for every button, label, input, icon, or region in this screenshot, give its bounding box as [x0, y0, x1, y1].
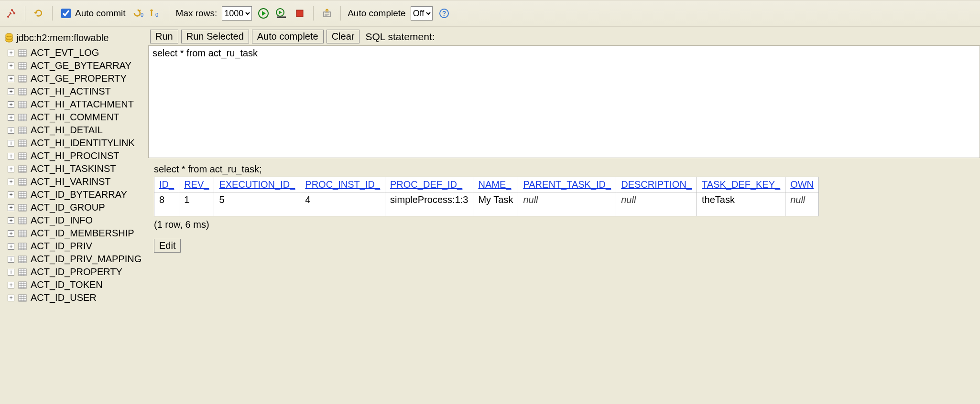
sidebar-table-item[interactable]: +ACT_HI_IDENTITYLINK — [0, 137, 148, 149]
expand-icon[interactable]: + — [8, 153, 14, 159]
result-panel: select * from act_ru_task; ID_REV_EXECUT… — [148, 158, 980, 404]
autocommit-checkbox[interactable] — [61, 9, 71, 18]
toolbar-separator — [52, 6, 53, 21]
rollback-icon[interactable]: 0 — [131, 7, 144, 20]
run-selected-icon[interactable] — [275, 7, 288, 20]
expand-icon[interactable]: + — [8, 191, 14, 198]
table-name: ACT_HI_TASKINST — [31, 163, 116, 174]
expand-icon[interactable]: + — [8, 179, 14, 185]
table-name: ACT_GE_BYTEARRAY — [31, 60, 131, 71]
result-info: (1 row, 6 ms) — [154, 219, 976, 230]
sidebar-table-item[interactable]: +ACT_HI_COMMENT — [0, 111, 148, 124]
commit-icon[interactable]: 0 — [149, 7, 162, 20]
refresh-icon[interactable] — [32, 7, 45, 20]
expand-icon[interactable]: + — [8, 204, 14, 211]
sidebar-table-item[interactable]: +ACT_ID_USER — [0, 291, 148, 304]
table-icon — [18, 139, 27, 147]
column-header[interactable]: NAME_ — [473, 177, 518, 192]
table-icon — [18, 75, 27, 83]
table-icon — [18, 49, 27, 57]
expand-icon[interactable]: + — [8, 88, 14, 95]
table-icon — [18, 217, 27, 224]
expand-icon[interactable]: + — [8, 282, 14, 288]
table-icon — [18, 204, 27, 212]
table-name: ACT_HI_ATTACHMENT — [31, 99, 134, 110]
table-name: ACT_HI_VARINST — [31, 176, 110, 187]
result-cell: null — [785, 192, 819, 216]
sidebar-table-item[interactable]: +ACT_ID_PRIV_MAPPING — [0, 253, 148, 266]
column-header[interactable]: PROC_DEF_ID_ — [385, 177, 473, 192]
column-header[interactable]: TASK_DEF_KEY_ — [697, 177, 785, 192]
history-icon[interactable] — [320, 7, 334, 20]
sidebar-table-item[interactable]: +ACT_HI_ACTINST — [0, 85, 148, 98]
expand-icon[interactable]: + — [8, 114, 14, 121]
sidebar: jdbc:h2:mem:flowable +ACT_EVT_LOG+ACT_GE… — [0, 27, 148, 404]
column-header[interactable]: PARENT_TASK_ID_ — [518, 177, 616, 192]
run-button[interactable]: Run — [150, 30, 178, 43]
run-icon[interactable] — [257, 7, 270, 20]
autocommit-label: Auto commit — [75, 8, 126, 19]
sidebar-table-item[interactable]: +ACT_ID_GROUP — [0, 201, 148, 214]
column-header[interactable]: ID_ — [154, 177, 179, 192]
autocomplete-label: Auto complete — [348, 8, 405, 19]
column-header[interactable]: REV_ — [179, 177, 214, 192]
table-icon — [18, 255, 27, 263]
sidebar-table-item[interactable]: +ACT_HI_ATTACHMENT — [0, 98, 148, 111]
sidebar-table-item[interactable]: +ACT_GE_PROPERTY — [0, 72, 148, 85]
column-header[interactable]: PROC_INST_ID_ — [300, 177, 385, 192]
table-name: ACT_HI_DETAIL — [31, 125, 103, 136]
expand-icon[interactable]: + — [8, 50, 14, 56]
sidebar-table-item[interactable]: +ACT_ID_PROPERTY — [0, 266, 148, 278]
svg-rect-6 — [296, 10, 303, 17]
sidebar-table-item[interactable]: +ACT_ID_MEMBERSHIP — [0, 227, 148, 240]
expand-icon[interactable]: + — [8, 101, 14, 108]
clear-button[interactable]: Clear — [327, 30, 360, 43]
expand-icon[interactable]: + — [8, 230, 14, 237]
sidebar-table-item[interactable]: +ACT_ID_TOKEN — [0, 278, 148, 291]
sql-editor[interactable]: select * from act_ru_task — [148, 45, 980, 158]
expand-icon[interactable]: + — [8, 75, 14, 82]
expand-icon[interactable]: + — [8, 127, 14, 134]
toolbar-separator — [340, 6, 341, 21]
expand-icon[interactable]: + — [8, 140, 14, 147]
svg-text:0: 0 — [155, 12, 158, 18]
expand-icon[interactable]: + — [8, 256, 14, 263]
autocomplete-select[interactable]: Off — [411, 6, 433, 21]
sidebar-table-item[interactable]: +ACT_HI_PROCINST — [0, 149, 148, 162]
sidebar-table-item[interactable]: +ACT_HI_VARINST — [0, 175, 148, 188]
expand-icon[interactable]: + — [8, 295, 14, 301]
column-header[interactable]: OWN — [785, 177, 819, 192]
help-icon[interactable]: ? — [437, 7, 451, 20]
expand-icon[interactable]: + — [8, 63, 14, 69]
sidebar-table-item[interactable]: +ACT_EVT_LOG — [0, 46, 148, 59]
autocomplete-button[interactable]: Auto complete — [252, 30, 324, 43]
expand-icon[interactable]: + — [8, 217, 14, 224]
max-rows-select[interactable]: 1000 — [222, 6, 252, 21]
expand-icon[interactable]: + — [8, 243, 14, 250]
svg-point-0 — [7, 16, 9, 18]
edit-button[interactable]: Edit — [154, 239, 181, 253]
table-name: ACT_ID_PRIV_MAPPING — [31, 254, 142, 265]
column-header[interactable]: DESCRIPTION_ — [616, 177, 697, 192]
run-selected-button[interactable]: Run Selected — [181, 30, 249, 43]
sidebar-table-item[interactable]: +ACT_GE_BYTEARRAY — [0, 59, 148, 72]
result-table: ID_REV_EXECUTION_ID_PROC_INST_ID_PROC_DE… — [154, 177, 819, 216]
expand-icon[interactable]: + — [8, 269, 14, 276]
max-rows-label: Max rows: — [176, 8, 218, 19]
result-cell: 1 — [179, 192, 214, 216]
sidebar-table-item[interactable]: +ACT_ID_BYTEARRAY — [0, 188, 148, 201]
sidebar-table-item[interactable]: +ACT_ID_PRIV — [0, 240, 148, 253]
column-header[interactable]: EXECUTION_ID_ — [214, 177, 300, 192]
table-icon — [18, 152, 27, 160]
autocommit-toggle[interactable]: Auto commit — [59, 7, 126, 20]
table-icon — [18, 101, 27, 108]
sidebar-table-item[interactable]: +ACT_HI_TASKINST — [0, 162, 148, 175]
table-icon — [18, 294, 27, 302]
table-name: ACT_GE_PROPERTY — [31, 73, 127, 84]
expand-icon[interactable]: + — [8, 166, 14, 172]
connection-node[interactable]: jdbc:h2:mem:flowable — [0, 30, 148, 46]
sidebar-table-item[interactable]: +ACT_HI_DETAIL — [0, 124, 148, 137]
sidebar-table-item[interactable]: +ACT_ID_INFO — [0, 214, 148, 227]
disconnect-icon[interactable] — [5, 7, 18, 20]
stop-icon[interactable] — [293, 7, 306, 20]
